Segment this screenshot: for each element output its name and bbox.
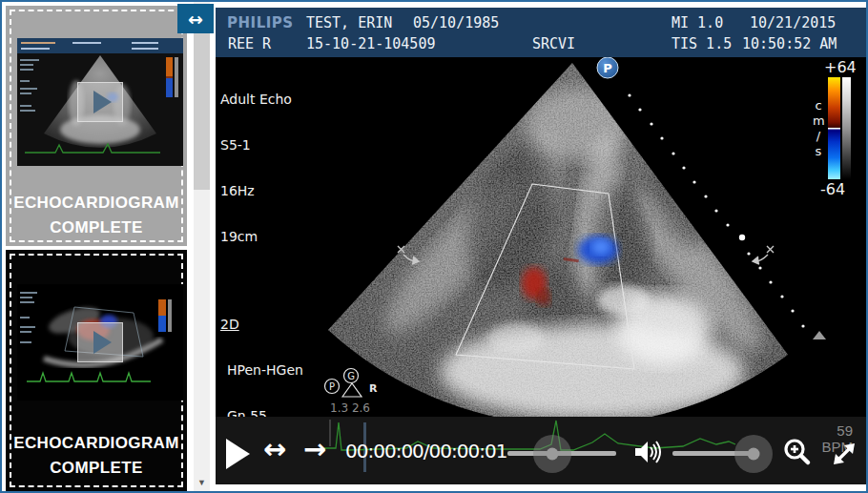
echo-thumbnail-1[interactable] bbox=[17, 38, 183, 166]
svg-text:R: R bbox=[369, 382, 378, 395]
time-display: 00:00:00/00:00:01 bbox=[345, 440, 506, 462]
play-overlay-icon[interactable] bbox=[77, 82, 123, 122]
scale-min-value: -64 bbox=[820, 180, 845, 198]
dicom-header-bar: PHILIPS TEST, ERIN 05/10/1985 MI 1.0 10/… bbox=[216, 8, 866, 57]
source-label: SRCVI bbox=[532, 35, 575, 52]
study-item-2-label-line1: ECHOCARDIOGRAM bbox=[6, 431, 187, 456]
grayscale-bar bbox=[842, 77, 851, 179]
echo-thumbnail-2[interactable] bbox=[17, 284, 183, 401]
svg-text:1.3 2.6: 1.3 2.6 bbox=[330, 401, 370, 415]
philips-logo: PHILIPS bbox=[227, 14, 294, 31]
study-item-2-label-line2: COMPLETE bbox=[6, 456, 187, 481]
study-item-1-label-line1: ECHOCARDIOGRAM bbox=[6, 191, 187, 216]
svg-text:P: P bbox=[603, 61, 612, 75]
ultrasound-image-area[interactable]: P P bbox=[216, 57, 866, 417]
thumbnail-sidebar: ECHOCARDIOGRAM COMPLETE bbox=[2, 2, 216, 491]
seek-slider[interactable] bbox=[507, 451, 616, 456]
study-item-1-label: ECHOCARDIOGRAM COMPLETE bbox=[6, 191, 187, 240]
operator-id: REE R bbox=[228, 35, 271, 52]
volume-icon[interactable] bbox=[633, 438, 664, 466]
mode-2d-title: 2D bbox=[220, 317, 303, 332]
2d-param: HPen-HGen bbox=[220, 362, 303, 378]
svg-text:P: P bbox=[329, 381, 335, 392]
probe-label: S5-1 bbox=[220, 137, 303, 153]
preset-label: Adult Echo bbox=[220, 92, 303, 107]
play-overlay-icon[interactable] bbox=[77, 322, 123, 362]
study-list-item-1[interactable]: ECHOCARDIOGRAM COMPLETE bbox=[6, 6, 187, 246]
step-forward-button[interactable]: → bbox=[303, 434, 326, 464]
volume-slider-thumb[interactable] bbox=[734, 435, 773, 473]
volume-slider[interactable] bbox=[672, 451, 754, 456]
2d-param: Gn 55 bbox=[220, 408, 303, 417]
svg-text:G: G bbox=[347, 371, 355, 381]
probe-orientation-badge: P bbox=[597, 57, 618, 78]
mi-value: MI 1.0 bbox=[672, 14, 723, 31]
study-date: 10/21/2015 bbox=[750, 14, 836, 31]
dicom-video-viewer: PHILIPS TEST, ERIN 05/10/1985 MI 1.0 10/… bbox=[216, 8, 866, 489]
tis-value: TIS 1.5 bbox=[672, 35, 732, 52]
study-list-item-2[interactable]: ECHOCARDIOGRAM COMPLETE bbox=[6, 250, 187, 491]
focal-zone-marker bbox=[813, 331, 826, 339]
right-edge-cursor-icon[interactable] bbox=[753, 246, 774, 264]
scrollbar-down-arrow-icon[interactable]: ▼ bbox=[194, 475, 210, 491]
ultrasound-sector-graphic: P P bbox=[216, 57, 866, 417]
scale-unit-label: c m / s bbox=[813, 98, 824, 159]
patient-name: TEST, ERIN bbox=[306, 14, 392, 31]
scrollbar-thumb[interactable] bbox=[194, 32, 210, 190]
sweep-direction-button[interactable]: ↔ bbox=[263, 434, 286, 464]
play-triangle-icon bbox=[93, 91, 112, 113]
study-item-1-label-line2: COMPLETE bbox=[6, 216, 187, 240]
resize-arrows-icon: ↔ bbox=[188, 9, 203, 30]
acquisition-parameters: Adult Echo S5-1 16Hz 19cm 2D HPen-HGen G… bbox=[220, 61, 303, 417]
application-window: ECHOCARDIOGRAM COMPLETE bbox=[0, 0, 868, 493]
seek-slider-thumb[interactable] bbox=[533, 435, 571, 473]
depth-label: 19cm bbox=[220, 229, 303, 244]
frame-rate-label: 16Hz bbox=[220, 183, 303, 198]
playback-control-bar: ↔ → 00:00:00/00:00:01 bbox=[216, 417, 866, 484]
sidebar-resize-button[interactable]: ↔ bbox=[177, 4, 214, 33]
accession-number: 15-10-21-104509 bbox=[306, 35, 435, 52]
scale-max-value: +64 bbox=[824, 58, 857, 76]
play-triangle-icon bbox=[93, 331, 112, 354]
physio-markers: P G R 1.3 2.6 bbox=[325, 369, 379, 416]
play-button[interactable] bbox=[226, 439, 250, 469]
sector-fan bbox=[216, 57, 866, 417]
patient-dob: 05/10/1985 bbox=[413, 14, 499, 31]
study-time: 10:50:52 AM bbox=[742, 35, 837, 52]
sidebar-scrollbar[interactable]: ▼ bbox=[194, 2, 210, 491]
doppler-colorbar bbox=[828, 77, 840, 179]
bpm-value: 59 bbox=[803, 422, 853, 439]
fullscreen-icon[interactable] bbox=[830, 440, 858, 468]
study-item-2-label: ECHOCARDIOGRAM COMPLETE bbox=[6, 431, 187, 481]
